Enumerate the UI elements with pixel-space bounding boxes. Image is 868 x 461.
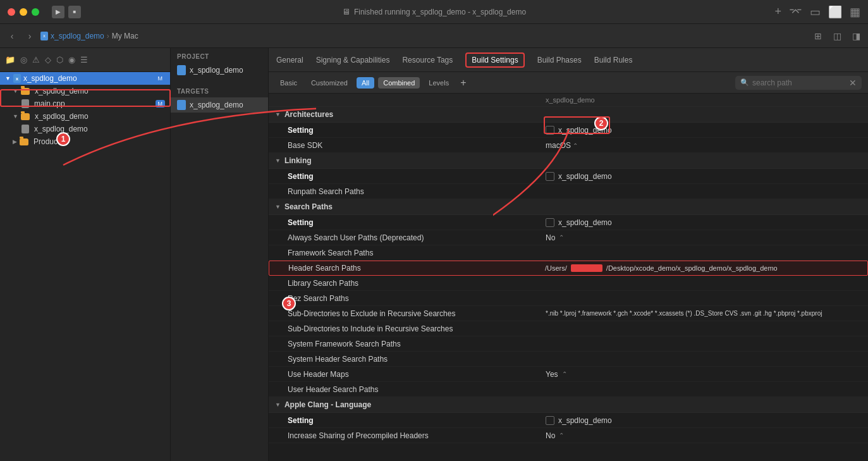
- tab-resource-tags[interactable]: Resource Tags: [402, 53, 453, 67]
- section-apple-clang[interactable]: ▼ Apple Clang - Language: [269, 397, 868, 413]
- redacted-username: [571, 264, 602, 272]
- breadcrumb-text: x_spdlog_demo: [51, 32, 104, 40]
- section-architectures-arrow: ▼: [275, 111, 281, 118]
- tab-general[interactable]: General: [276, 53, 303, 67]
- products-label: Products: [34, 137, 63, 146]
- tab-build-rules[interactable]: Build Rules: [594, 53, 633, 67]
- search-input[interactable]: [752, 78, 846, 87]
- tab-build-settings[interactable]: Build Settings: [465, 52, 524, 68]
- sp-setting-name: Setting: [275, 218, 546, 227]
- target-nav-item[interactable]: x_spdlog_demo: [171, 97, 268, 113]
- section-search-paths[interactable]: ▼ Search Paths: [269, 199, 868, 215]
- add-filter-button[interactable]: +: [460, 77, 466, 89]
- framework-search-name: Framework Search Paths: [275, 249, 546, 257]
- project-badge: M: [156, 75, 166, 82]
- inner-layout: 📁 ◎ ⚠ ◇ ⬡ ◉ ☰ ▼ x x_spdlog_demo M ▼ x_sp…: [0, 48, 868, 461]
- clear-search-icon[interactable]: ✕: [849, 78, 857, 88]
- git-nav-icon[interactable]: ◎: [20, 55, 27, 65]
- filter-combined[interactable]: Combined: [378, 77, 420, 89]
- test-nav-icon[interactable]: ◇: [45, 55, 51, 65]
- titlebar: ▶ ■ 🖥 Finished running x_spdlog_demo - x…: [0, 0, 868, 24]
- breakpoint-nav-icon[interactable]: ◉: [68, 55, 75, 65]
- use-header-maps-name: Use Header Maps: [275, 370, 546, 379]
- sp-target-val: x_spdlog_demo: [558, 218, 612, 227]
- toolbar-right: ⊞ ◫ ◨: [811, 29, 863, 43]
- breadcrumb: x x_spdlog_demo › My Mac: [40, 32, 138, 40]
- clang-setting-name: Setting: [275, 416, 546, 425]
- maximize-button[interactable]: [32, 8, 39, 16]
- project-icon: x: [13, 74, 21, 83]
- header-search-name: Header Search Paths: [276, 264, 545, 273]
- sharing-precompiled-name: Increase Sharing of Precompiled Headers: [275, 431, 546, 440]
- target-nav-label: x_spdlog_demo: [190, 101, 243, 109]
- file-item-root[interactable]: ▼ x x_spdlog_demo M: [0, 72, 170, 85]
- sp-setting-value: x_spdlog_demo: [546, 218, 862, 227]
- xspdlog-name: x_spdlog_demo: [34, 125, 88, 133]
- link-target-val: x_spdlog_demo: [558, 172, 612, 181]
- setting-row-arch-setting: Setting x_spdlog_demo: [269, 123, 868, 138]
- folder2-arrow: ▼: [13, 113, 18, 120]
- status-text: Finished running x_spdlog_demo - x_spdlo…: [354, 8, 526, 16]
- nav-forward-icon[interactable]: ›: [23, 29, 37, 43]
- tab-build-phases[interactable]: Build Phases: [537, 53, 582, 67]
- file-item-folder2[interactable]: ▼ x_spdlog_demo: [0, 110, 170, 123]
- settings-table: x_spdlog_demo ▼ Architectures Setting: [269, 94, 868, 461]
- project-nav-label: x_spdlog_demo: [190, 66, 243, 75]
- tab-signing[interactable]: Signing & Capabilities: [316, 53, 390, 67]
- link-setting-value: x_spdlog_demo: [546, 172, 862, 181]
- setting-row-subdir-include: Sub-Directories to Include in Recursive …: [269, 321, 868, 336]
- runpath-name: Runpath Search Paths: [275, 187, 546, 196]
- setting-row-base-sdk: Base SDK macOS ⌃: [269, 138, 868, 153]
- fullscreen-button[interactable]: ⬜: [828, 5, 842, 19]
- section-searchpaths-arrow: ▼: [275, 204, 281, 210]
- add-button[interactable]: +: [774, 5, 781, 18]
- section-linking[interactable]: ▼ Linking: [269, 153, 868, 169]
- file-item-products[interactable]: ▶ Products: [0, 135, 170, 148]
- always-search-value: No ⌃: [546, 233, 862, 242]
- sharing-precompiled-value: No ⌃: [546, 431, 862, 440]
- filter-all[interactable]: All: [357, 77, 374, 89]
- folder-nav-icon[interactable]: 📁: [5, 55, 15, 65]
- report-nav-icon[interactable]: ☰: [80, 55, 88, 65]
- sidebar-icon[interactable]: ◫: [830, 29, 844, 43]
- file-item-folder[interactable]: ▼ x_spdlog_demo: [0, 85, 170, 97]
- setting-row-sharing-precompiled: Increase Sharing of Precompiled Headers …: [269, 428, 868, 443]
- close-button[interactable]: [8, 8, 15, 16]
- split-view-button[interactable]: ▭: [810, 5, 821, 19]
- tab-bar: General Signing & Capabilities Resource …: [269, 48, 868, 72]
- clang-target-val: x_spdlog_demo: [558, 416, 612, 425]
- warning-nav-icon[interactable]: ⚠: [32, 55, 40, 65]
- folder-icon: [21, 88, 30, 95]
- sp-checkbox[interactable]: [546, 218, 554, 227]
- file-item-xspdlog[interactable]: x_spdlog_demo: [0, 123, 170, 135]
- filter-basic[interactable]: Basic: [275, 77, 302, 89]
- file-item-main-cpp[interactable]: main.cpp M: [0, 97, 170, 110]
- disclosure-arrow: ▼: [5, 75, 11, 82]
- minimize-button[interactable]: [20, 8, 27, 16]
- run-button[interactable]: ▶: [52, 6, 64, 18]
- arch-checkbox[interactable]: [546, 126, 554, 135]
- setting-row-user-header: User Header Search Paths: [269, 382, 868, 397]
- enter-button[interactable]: ⌤: [789, 5, 802, 19]
- xspdlog-icon: [21, 125, 29, 133]
- inspector-icon[interactable]: ◨: [849, 29, 863, 43]
- sys-framework-name: System Framework Search Paths: [275, 340, 546, 348]
- link-checkbox[interactable]: [546, 172, 554, 181]
- filter-levels[interactable]: Levels: [424, 77, 454, 89]
- cpp-file-name: main.cpp: [34, 99, 65, 108]
- section-architectures[interactable]: ▼ Architectures: [269, 107, 868, 123]
- sidebar-toggle-button[interactable]: ▦: [850, 5, 860, 19]
- section-architectures-label: Architectures: [284, 110, 333, 119]
- search-container: 🔍 ✕: [735, 76, 862, 90]
- grid-icon[interactable]: ⊞: [811, 29, 825, 43]
- stop-button[interactable]: ■: [68, 6, 81, 18]
- folder-name: x_spdlog_demo: [35, 87, 89, 95]
- debug-nav-icon[interactable]: ⬡: [56, 55, 63, 65]
- filter-customized[interactable]: Customized: [306, 77, 353, 89]
- setting-row-runpath: Runpath Search Paths: [269, 184, 868, 199]
- nav-back-icon[interactable]: ‹: [5, 29, 19, 43]
- clang-checkbox[interactable]: [546, 416, 554, 425]
- setting-row-use-header-maps: Use Header Maps Yes ⌃: [269, 367, 868, 382]
- project-nav-item[interactable]: x_spdlog_demo: [171, 63, 268, 78]
- targets-section-header: TARGETS: [171, 83, 268, 97]
